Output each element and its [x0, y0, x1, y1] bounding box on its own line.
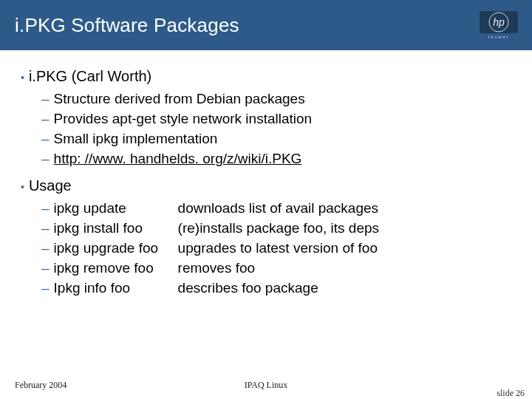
usage-description: (re)installs package foo, its deps — [178, 220, 511, 236]
dash-icon: – — [41, 220, 50, 236]
usage-command: ipkg upgrade foo — [54, 240, 178, 256]
dash-icon: – — [41, 260, 50, 276]
usage-row: –ipkg install foo(re)installs package fo… — [41, 220, 511, 236]
list-item-text: Small ipkg implementation — [54, 131, 218, 147]
bullet-dot-icon: • — [21, 180, 24, 194]
dash-icon: – — [41, 240, 50, 256]
sub-list: –Structure derived from Debian packages … — [41, 91, 511, 167]
usage-table: –ipkg updatedownloads list of avail pack… — [41, 200, 511, 296]
usage-description: describes foo package — [178, 280, 511, 296]
usage-command: ipkg remove foo — [54, 260, 178, 276]
usage-description: upgrades to latest version of foo — [178, 240, 511, 256]
usage-row: –Ipkg info foodescribes foo package — [41, 280, 511, 296]
svg-text:hp: hp — [493, 16, 505, 28]
list-item: –Provides apt-get style network installa… — [41, 111, 511, 127]
usage-row: –ipkg upgrade fooupgrades to latest vers… — [41, 240, 511, 256]
footer-date: February 2004 — [15, 380, 66, 391]
slide: i.PKG Software Packages hp invent • i.PK… — [0, 0, 532, 399]
list-item: –Structure derived from Debian packages — [41, 91, 511, 107]
slide-title: i.PKG Software Packages — [15, 14, 239, 37]
section-ipkg: • i.PKG (Carl Worth) –Structure derived … — [21, 68, 511, 167]
list-item-text: Structure derived from Debian packages — [54, 91, 305, 107]
title-bar: i.PKG Software Packages hp invent — [0, 0, 532, 50]
section-heading: Usage — [29, 177, 72, 194]
dash-icon: – — [41, 131, 50, 147]
section-heading: i.PKG (Carl Worth) — [29, 68, 151, 85]
list-item: –http: //www. handhelds. org/z/wiki/i.PK… — [41, 151, 511, 167]
usage-description: downloads list of avail packages — [178, 200, 511, 216]
dash-icon: – — [41, 280, 50, 296]
usage-description: removes foo — [178, 260, 511, 276]
bullet-dot-icon: • — [21, 70, 24, 85]
hp-logo-subtext: invent — [488, 35, 509, 39]
list-item: –Small ipkg implementation — [41, 131, 511, 147]
footer-title: IPAQ Linux — [245, 380, 288, 391]
section-usage: • Usage –ipkg updatedownloads list of av… — [21, 177, 511, 296]
usage-command: ipkg update — [54, 200, 178, 216]
footer-slide-number: slide 26 — [497, 388, 525, 399]
slide-footer: February 2004 IPAQ Linux slide 26 — [0, 377, 532, 393]
usage-row: –ipkg updatedownloads list of avail pack… — [41, 200, 511, 216]
dash-icon: – — [41, 91, 50, 107]
bullet-list: • i.PKG (Carl Worth) –Structure derived … — [21, 68, 511, 296]
usage-command: Ipkg info foo — [54, 280, 178, 296]
list-item-link[interactable]: http: //www. handhelds. org/z/wiki/i.PKG — [54, 151, 302, 167]
hp-logo-icon: hp — [480, 11, 518, 33]
dash-icon: – — [41, 151, 50, 167]
slide-body: • i.PKG (Carl Worth) –Structure derived … — [0, 50, 532, 296]
hp-logo: hp invent — [477, 9, 520, 41]
dash-icon: – — [41, 200, 50, 216]
dash-icon: – — [41, 111, 50, 127]
usage-row: –ipkg remove fooremoves foo — [41, 260, 511, 276]
usage-command: ipkg install foo — [54, 220, 178, 236]
list-item-text: Provides apt-get style network installat… — [54, 111, 313, 127]
